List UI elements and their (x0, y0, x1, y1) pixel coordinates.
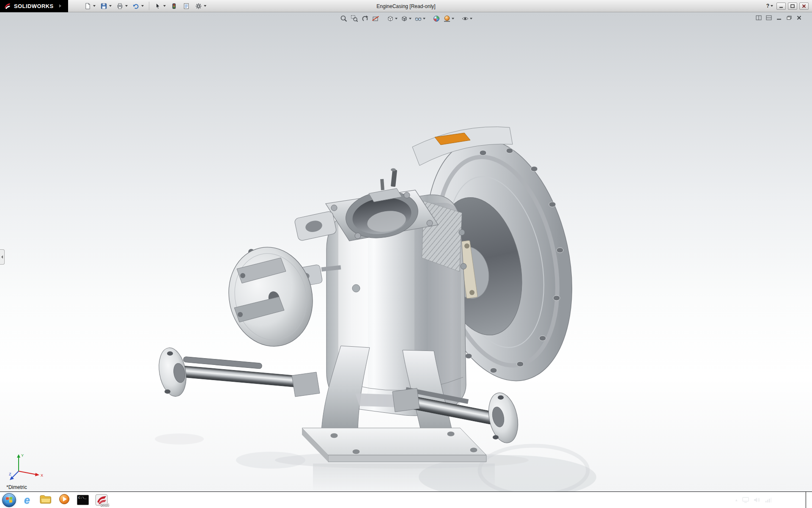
chevron-down-icon[interactable] (93, 5, 96, 7)
display-icon[interactable] (742, 496, 749, 504)
top-stud (380, 168, 397, 190)
rebuild-icon (170, 2, 178, 10)
start-button[interactable] (0, 492, 18, 508)
section-view-icon (371, 15, 379, 23)
chevron-down-icon[interactable] (204, 5, 206, 7)
triad-x-label: X (41, 473, 43, 478)
doc-close-button[interactable] (796, 14, 803, 21)
view-orientation-label: *Dimetric (6, 484, 27, 490)
chevron-down-icon[interactable] (395, 18, 398, 19)
engine-casing-model[interactable] (0, 12, 812, 491)
options-gear-icon (195, 2, 203, 10)
titlebar: SOLIDWORKS (0, 0, 812, 12)
new-document-button[interactable] (82, 1, 97, 11)
options-button[interactable] (193, 1, 208, 11)
side-cover-disc[interactable] (219, 239, 322, 355)
view-orientation-icon (386, 15, 394, 23)
triad-z-label: Z (9, 472, 11, 476)
doc-minimize-button[interactable] (775, 14, 782, 21)
close-button[interactable] (799, 3, 809, 10)
network-icon[interactable] (765, 496, 772, 504)
edit-appearance-button[interactable] (431, 14, 441, 23)
flyout-arrow-icon (1, 255, 3, 259)
zoom-to-area-icon (350, 15, 358, 23)
solidworks-logo-icon (4, 3, 11, 10)
hide-show-items-icon (414, 15, 422, 23)
undo-icon (132, 2, 140, 10)
zoom-to-area-button[interactable] (349, 14, 359, 23)
folder-icon (39, 494, 52, 506)
brand-label: SOLIDWORKS (14, 3, 54, 9)
window-controls: ? (765, 3, 812, 10)
minimize-button[interactable] (776, 3, 786, 10)
chevron-down-icon[interactable] (423, 18, 425, 19)
taskbar: e C:\_ (0, 491, 812, 508)
clock-date: 6/26/2015 (779, 500, 799, 505)
save-button[interactable] (99, 1, 113, 11)
previous-view-icon (361, 15, 369, 23)
base-plate[interactable] (302, 428, 486, 462)
system-tray: ▲ 2:41 PM 6/26/2015 (735, 492, 812, 508)
undo-button[interactable] (131, 1, 145, 11)
graphics-viewport[interactable]: X Y Z *Dimetric (0, 12, 812, 491)
chevron-down-icon[interactable] (470, 18, 472, 19)
chevron-down-icon[interactable] (163, 5, 166, 7)
previous-view-button[interactable] (360, 14, 370, 23)
maximize-button[interactable] (788, 3, 797, 10)
doc-restore-button[interactable] (785, 14, 793, 21)
display-style-button[interactable] (399, 14, 412, 23)
command-prompt-icon: C:\_ (77, 495, 89, 505)
clock-time: 2:41 PM (779, 494, 799, 500)
rebuild-button[interactable] (169, 1, 180, 11)
taskbar-solidworks-2015[interactable]: 2015 (93, 493, 110, 507)
file-properties-icon (183, 2, 190, 10)
taskbar-media-player[interactable] (56, 493, 73, 507)
pane-split-button[interactable] (765, 14, 772, 21)
edit-appearance-icon (432, 15, 440, 23)
apply-scene-button[interactable] (442, 14, 455, 23)
pane-display-button[interactable] (755, 14, 762, 21)
hide-show-items-button[interactable] (413, 14, 426, 23)
headsup-view-toolbar (339, 14, 473, 23)
feature-manager-flyout-tab[interactable] (0, 249, 5, 265)
reference-triad: X Y Z (8, 452, 45, 482)
save-icon (100, 2, 108, 10)
chevron-down-icon[interactable] (409, 18, 411, 19)
solidworks-icon: 2015 (95, 494, 108, 506)
select-button[interactable] (153, 1, 167, 11)
zoom-to-fit-button[interactable] (339, 14, 348, 23)
taskbar-clock[interactable]: 2:41 PM 6/26/2015 (776, 494, 802, 505)
taskbar-internet-explorer[interactable]: e (19, 493, 36, 507)
help-label: ? (766, 3, 769, 9)
view-orientation-button[interactable] (385, 14, 398, 23)
chevron-down-icon[interactable] (109, 5, 112, 7)
print-icon (116, 2, 124, 10)
view-settings-icon (461, 15, 469, 23)
chevron-down-icon[interactable] (141, 5, 144, 7)
main-toolbar (82, 1, 208, 11)
show-desktop-button[interactable] (806, 492, 811, 508)
help-button[interactable]: ? (765, 3, 774, 9)
left-axle[interactable] (155, 345, 320, 398)
menu-expand-chevron-icon[interactable] (59, 4, 61, 8)
solidworks-window: SOLIDWORKS (0, 0, 812, 508)
select-cursor-icon (154, 2, 162, 10)
file-properties-button[interactable] (181, 1, 192, 11)
view-settings-button[interactable] (460, 14, 473, 23)
windows-start-orb-icon (2, 493, 16, 507)
chevron-down-icon[interactable] (452, 18, 454, 19)
solidworks-menu-logo[interactable]: SOLIDWORKS (0, 0, 68, 12)
triad-y-label: Y (21, 453, 24, 458)
apply-scene-icon (443, 15, 451, 23)
hidden-icons-button[interactable]: ▲ (735, 498, 738, 502)
taskbar-windows-explorer[interactable] (37, 493, 54, 507)
volume-icon[interactable] (753, 496, 761, 504)
display-style-icon (400, 15, 408, 23)
chevron-down-icon[interactable] (771, 5, 773, 7)
media-player-icon (59, 494, 70, 506)
print-button[interactable] (115, 1, 129, 11)
taskbar-command-prompt[interactable]: C:\_ (74, 493, 91, 507)
section-view-button[interactable] (370, 14, 380, 23)
chevron-down-icon[interactable] (125, 5, 128, 7)
new-document-icon (84, 2, 92, 10)
